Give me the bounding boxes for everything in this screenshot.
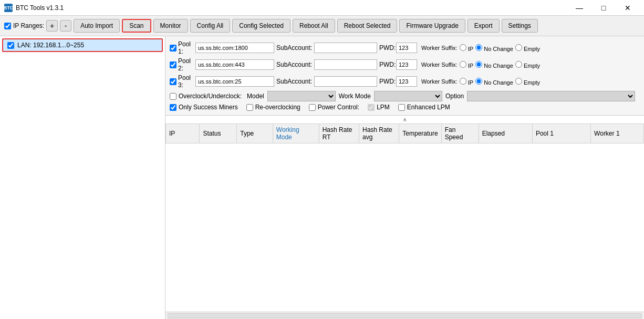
minimize-button[interactable]: — <box>567 0 591 16</box>
radio-ip-2[interactable] <box>460 61 466 68</box>
col-header-type: Type <box>237 124 273 143</box>
radio-nochange-label-1[interactable]: No Change <box>475 44 513 52</box>
ip-ranges-label: IP Ranges: <box>4 22 44 29</box>
enhanced-lpm-checkbox[interactable] <box>398 104 405 111</box>
radio-nochange-label-3[interactable]: No Change <box>475 78 513 86</box>
pool-checkbox-1[interactable] <box>170 45 176 52</box>
radio-ip-label-3[interactable]: IP <box>460 78 473 86</box>
lpm-label[interactable]: LPM <box>368 104 390 111</box>
pool-label-1: Pool 1: <box>170 40 193 55</box>
miner-table: IP Status Type Working Mode Hash Rate RT… <box>165 124 644 143</box>
firmware-upgrade-button[interactable]: Firmware Upgrade <box>399 19 465 33</box>
remove-ip-range-button[interactable]: - <box>60 20 71 32</box>
collapse-button[interactable]: ∧ <box>165 116 644 124</box>
lpm-checkbox[interactable] <box>368 104 375 111</box>
pool-row-1: Pool 1: SubAccount: PWD: Worker Suffix: … <box>170 40 640 55</box>
reboot-all-button[interactable]: Reboot All <box>293 19 335 33</box>
col-header-worker1: Worker 1 <box>591 124 644 143</box>
ip-ranges-checkbox[interactable] <box>4 23 11 29</box>
radio-ip-1[interactable] <box>460 44 466 51</box>
window-controls: — □ ✕ <box>567 0 640 16</box>
pool-subaccount-input-1[interactable] <box>314 43 377 53</box>
pool-rows-container: Pool 1: SubAccount: PWD: Worker Suffix: … <box>170 40 640 89</box>
option-select[interactable] <box>467 91 635 101</box>
config-selected-button[interactable]: Config Selected <box>232 19 290 33</box>
body-area: LAN: 192.168.1...0~255 Pool 1: SubAccoun… <box>0 36 644 319</box>
radio-ip-3[interactable] <box>460 78 466 85</box>
enhanced-lpm-label[interactable]: Enhanced LPM <box>398 104 450 111</box>
re-overclocking-label[interactable]: Re-overclocking <box>246 104 300 111</box>
pool-label-2: Pool 2: <box>170 57 193 72</box>
re-overclocking-checkbox[interactable] <box>246 104 253 111</box>
lan-item-checkbox[interactable] <box>7 42 14 49</box>
radio-empty-2[interactable] <box>515 61 522 68</box>
radio-nochange-3[interactable] <box>475 78 482 85</box>
scan-button[interactable]: Scan <box>122 19 151 33</box>
radio-empty-1[interactable] <box>515 44 522 51</box>
radio-nochange-label-2[interactable]: No Change <box>475 61 513 69</box>
pool-pwd-input-2[interactable] <box>396 59 417 70</box>
pool-pwd-input-3[interactable] <box>396 76 417 87</box>
power-control-checkbox[interactable] <box>309 104 316 111</box>
auto-import-button[interactable]: Auto Import <box>74 19 120 33</box>
pool-pwd-input-1[interactable] <box>396 43 417 53</box>
config-area: Pool 1: SubAccount: PWD: Worker Suffix: … <box>165 36 644 116</box>
pool-url-input-1[interactable] <box>195 43 274 53</box>
radio-ip-label-2[interactable]: IP <box>460 61 473 69</box>
work-mode-select[interactable] <box>374 91 442 101</box>
overclock-checkbox[interactable] <box>170 93 176 100</box>
scroll-bar-area[interactable] <box>165 312 644 319</box>
col-header-pool1: Pool 1 <box>532 124 590 143</box>
col-header-working-mode: Working Mode <box>273 124 319 143</box>
pool-url-input-2[interactable] <box>195 59 274 70</box>
table-area: ∧ IP Status Type Working Mode Hash Rate … <box>165 116 644 312</box>
scroll-track[interactable] <box>168 313 642 318</box>
lan-item[interactable]: LAN: 192.168.1...0~255 <box>2 38 163 52</box>
monitor-button[interactable]: Monitor <box>153 19 188 33</box>
config-all-button[interactable]: Config All <box>190 19 231 33</box>
reboot-selected-button[interactable]: Reboot Selected <box>337 19 398 33</box>
col-header-status: Status <box>200 124 237 143</box>
pool-row-3: Pool 3: SubAccount: PWD: Worker Suffix: … <box>170 74 640 89</box>
radio-ip-label-1[interactable]: IP <box>460 44 473 52</box>
title-bar-left: BTC BTC Tools v1.3.1 <box>4 4 64 12</box>
overclock-row: Overclock/Underclock: Model Work Mode Op… <box>170 91 640 101</box>
main-content: IP Ranges: + - Auto Import Scan Monitor … <box>0 16 644 319</box>
pool-checkbox-2[interactable] <box>170 61 176 68</box>
overclock-label[interactable]: Overclock/Underclock: <box>170 92 242 100</box>
right-panel: Pool 1: SubAccount: PWD: Worker Suffix: … <box>165 36 644 319</box>
only-success-checkbox[interactable] <box>170 104 176 111</box>
export-button[interactable]: Export <box>468 19 500 33</box>
table-header-row: IP Status Type Working Mode Hash Rate RT… <box>166 124 644 143</box>
add-ip-range-button[interactable]: + <box>46 20 58 32</box>
col-header-hash-rate-rt: Hash Rate RT <box>319 124 359 143</box>
power-control-label[interactable]: Power Control: <box>309 104 359 111</box>
radio-empty-3[interactable] <box>515 78 522 85</box>
model-select[interactable] <box>267 91 336 101</box>
left-panel: LAN: 192.168.1...0~255 <box>0 36 165 319</box>
radio-empty-label-1[interactable]: Empty <box>515 44 540 52</box>
col-header-elapsed: Elapsed <box>479 124 532 143</box>
pool-checkbox-3[interactable] <box>170 78 176 85</box>
radio-empty-label-3[interactable]: Empty <box>515 78 540 86</box>
radio-empty-label-2[interactable]: Empty <box>515 61 540 69</box>
lan-item-label: LAN: 192.168.1...0~255 <box>17 42 84 49</box>
app-icon: BTC <box>4 4 13 12</box>
pool-url-input-3[interactable] <box>195 76 274 87</box>
pool-subaccount-input-3[interactable] <box>314 76 377 87</box>
col-header-fan-speed: Fan Speed <box>441 124 479 143</box>
radio-nochange-2[interactable] <box>475 61 482 68</box>
app-title: BTC Tools v1.3.1 <box>16 4 64 12</box>
pool-label-3: Pool 3: <box>170 74 193 89</box>
pool-subaccount-input-2[interactable] <box>314 59 377 70</box>
col-header-hash-rate-avg: Hash Rate avg <box>359 124 399 143</box>
close-button[interactable]: ✕ <box>616 0 640 16</box>
maximize-button[interactable]: □ <box>591 0 616 16</box>
radio-nochange-1[interactable] <box>475 44 482 51</box>
options-row: Only Success Miners Re-overclocking Powe… <box>170 104 640 111</box>
only-success-label[interactable]: Only Success Miners <box>170 104 238 111</box>
settings-button[interactable]: Settings <box>502 19 538 33</box>
col-header-temperature: Temperature <box>399 124 441 143</box>
pool-row-2: Pool 2: SubAccount: PWD: Worker Suffix: … <box>170 57 640 72</box>
col-header-ip: IP <box>166 124 200 143</box>
